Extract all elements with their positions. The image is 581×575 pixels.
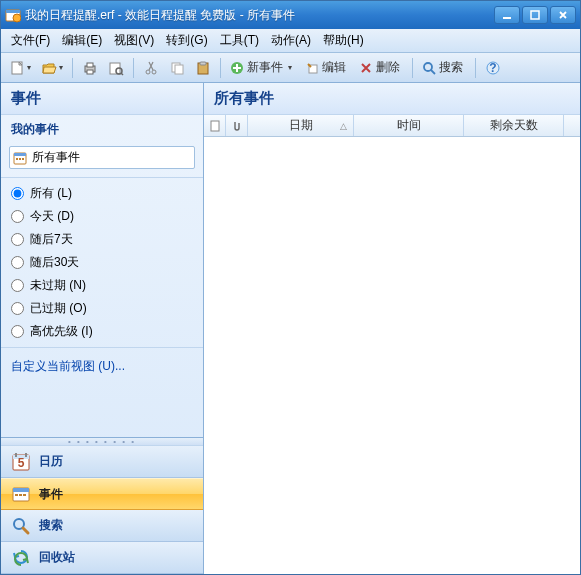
page-icon <box>209 120 221 132</box>
menu-tool[interactable]: 工具(T) <box>214 29 265 52</box>
svg-point-19 <box>424 63 432 71</box>
radio-overdue[interactable]: 已过期 (O) <box>11 297 193 320</box>
grid-body[interactable] <box>204 137 580 574</box>
new-doc-button[interactable]: ▾ <box>5 56 35 80</box>
radio-overdue-input[interactable] <box>11 302 24 315</box>
sidebar: 事件 我的事件 所有事件 所有 (L) 今天 (D) 随后7天 随后30天 未过… <box>1 83 204 574</box>
window-controls <box>494 6 576 24</box>
nav-calendar-label: 日历 <box>39 453 63 470</box>
close-button[interactable] <box>550 6 576 24</box>
sidebar-nav: • • • • • • • • 5 日历 事件 搜索 回收站 <box>1 437 203 574</box>
svg-rect-26 <box>22 158 24 160</box>
menu-view[interactable]: 视图(V) <box>108 29 160 52</box>
cut-button[interactable] <box>139 56 163 80</box>
svg-rect-16 <box>200 62 206 65</box>
svg-rect-30 <box>25 453 27 457</box>
nav-recycle-label: 回收站 <box>39 549 75 566</box>
svg-rect-23 <box>14 153 26 156</box>
menu-file[interactable]: 文件(F) <box>5 29 56 52</box>
radio-high-priority-input[interactable] <box>11 325 24 338</box>
nav-recycle[interactable]: 回收站 <box>1 542 203 574</box>
main-panel: 所有事件 日期△ 时间 剩余天数 <box>204 83 580 574</box>
search-button[interactable]: 搜索 <box>418 56 470 80</box>
svg-rect-35 <box>19 494 22 496</box>
events-icon <box>12 150 28 166</box>
recycle-icon <box>11 548 31 568</box>
sidebar-spacer <box>1 385 203 437</box>
main-header: 所有事件 <box>204 83 580 115</box>
nav-search-label: 搜索 <box>39 517 63 534</box>
svg-rect-1 <box>6 10 20 13</box>
svg-rect-24 <box>16 158 18 160</box>
svg-rect-36 <box>23 494 26 496</box>
edit-label: 编辑 <box>322 59 346 76</box>
toolbar-separator <box>475 58 476 78</box>
svg-rect-25 <box>19 158 21 160</box>
nav-search[interactable]: 搜索 <box>1 510 203 542</box>
radio-next30[interactable]: 随后30天 <box>11 251 193 274</box>
svg-rect-34 <box>15 494 18 496</box>
radio-all[interactable]: 所有 (L) <box>11 182 193 205</box>
svg-point-2 <box>13 14 21 22</box>
col-days-left[interactable]: 剩余天数 <box>464 115 564 136</box>
tree-item-label: 所有事件 <box>32 149 80 166</box>
edit-button[interactable]: 编辑 <box>301 56 353 80</box>
print-button[interactable] <box>78 56 102 80</box>
nav-calendar[interactable]: 5 日历 <box>1 446 203 478</box>
toolbar-separator <box>220 58 221 78</box>
svg-rect-8 <box>87 70 93 74</box>
col-time[interactable]: 时间 <box>354 115 464 136</box>
window-title: 我的日程提醒.erf - 效能日程提醒 免费版 - 所有事件 <box>25 7 494 24</box>
nav-events-label: 事件 <box>39 486 63 503</box>
attachment-icon <box>231 120 243 132</box>
toolbar: ▾ ▾ 新事件▾ 编辑 删除 搜索 ? <box>1 53 580 83</box>
col-icon[interactable] <box>204 115 226 136</box>
radio-today-input[interactable] <box>11 210 24 223</box>
sidebar-tree: 所有事件 <box>1 144 203 177</box>
svg-text:5: 5 <box>18 456 25 470</box>
sidebar-sub-header: 我的事件 <box>1 115 203 144</box>
maximize-button[interactable] <box>522 6 548 24</box>
customize-view-link[interactable]: 自定义当前视图 (U)... <box>1 347 203 385</box>
nav-events[interactable]: 事件 <box>1 478 203 510</box>
radio-not-due[interactable]: 未过期 (N) <box>11 274 193 297</box>
col-spacer <box>564 115 580 136</box>
svg-point-11 <box>146 70 150 74</box>
search-icon <box>11 516 31 536</box>
delete-label: 删除 <box>376 59 400 76</box>
workspace: 事件 我的事件 所有事件 所有 (L) 今天 (D) 随后7天 随后30天 未过… <box>1 83 580 574</box>
radio-next30-input[interactable] <box>11 256 24 269</box>
new-event-label: 新事件 <box>247 59 283 76</box>
filter-radios: 所有 (L) 今天 (D) 随后7天 随后30天 未过期 (N) 已过期 (O)… <box>1 177 203 347</box>
toolbar-separator <box>133 58 134 78</box>
grid-header: 日期△ 时间 剩余天数 <box>204 115 580 137</box>
open-button[interactable]: ▾ <box>37 56 67 80</box>
paste-button[interactable] <box>191 56 215 80</box>
col-date[interactable]: 日期△ <box>248 115 354 136</box>
col-attachment[interactable] <box>226 115 248 136</box>
radio-all-input[interactable] <box>11 187 24 200</box>
new-event-button[interactable]: 新事件▾ <box>226 56 299 80</box>
menu-edit[interactable]: 编辑(E) <box>56 29 108 52</box>
svg-rect-14 <box>175 65 183 74</box>
svg-text:?: ? <box>489 61 496 75</box>
nav-grip[interactable]: • • • • • • • • <box>1 438 203 446</box>
radio-high-priority[interactable]: 高优先级 (I) <box>11 320 193 343</box>
events-icon <box>11 484 31 504</box>
copy-button[interactable] <box>165 56 189 80</box>
minimize-button[interactable] <box>494 6 520 24</box>
radio-next7-input[interactable] <box>11 233 24 246</box>
menu-help[interactable]: 帮助(H) <box>317 29 370 52</box>
menu-action[interactable]: 动作(A) <box>265 29 317 52</box>
menu-goto[interactable]: 转到(G) <box>160 29 213 52</box>
help-button[interactable]: ? <box>481 56 505 80</box>
delete-button[interactable]: 删除 <box>355 56 407 80</box>
menubar: 文件(F) 编辑(E) 视图(V) 转到(G) 工具(T) 动作(A) 帮助(H… <box>1 29 580 53</box>
app-icon <box>5 7 21 23</box>
radio-today[interactable]: 今天 (D) <box>11 205 193 228</box>
radio-not-due-input[interactable] <box>11 279 24 292</box>
tree-item-all-events[interactable]: 所有事件 <box>9 146 195 169</box>
print-preview-button[interactable] <box>104 56 128 80</box>
toolbar-separator <box>72 58 73 78</box>
radio-next7[interactable]: 随后7天 <box>11 228 193 251</box>
